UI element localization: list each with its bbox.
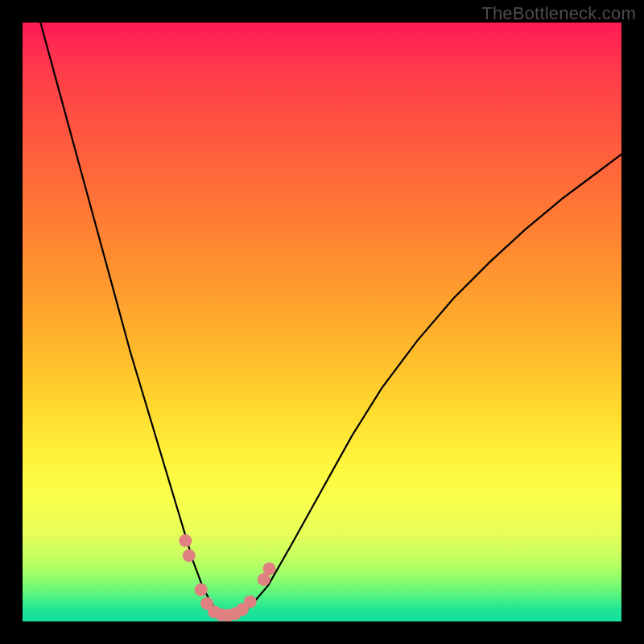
marker-dot: [179, 535, 192, 547]
outer-frame: TheBottleneck.com: [0, 0, 644, 644]
watermark-text: TheBottleneck.com: [481, 3, 636, 24]
curve-markers: [179, 535, 275, 621]
curve-svg: [23, 23, 621, 621]
plot-area: [23, 23, 621, 621]
marker-dot: [183, 549, 196, 562]
marker-dot: [244, 595, 257, 608]
bottleneck-curve: [40, 23, 621, 616]
marker-dot: [263, 563, 276, 576]
marker-dot: [195, 584, 208, 597]
